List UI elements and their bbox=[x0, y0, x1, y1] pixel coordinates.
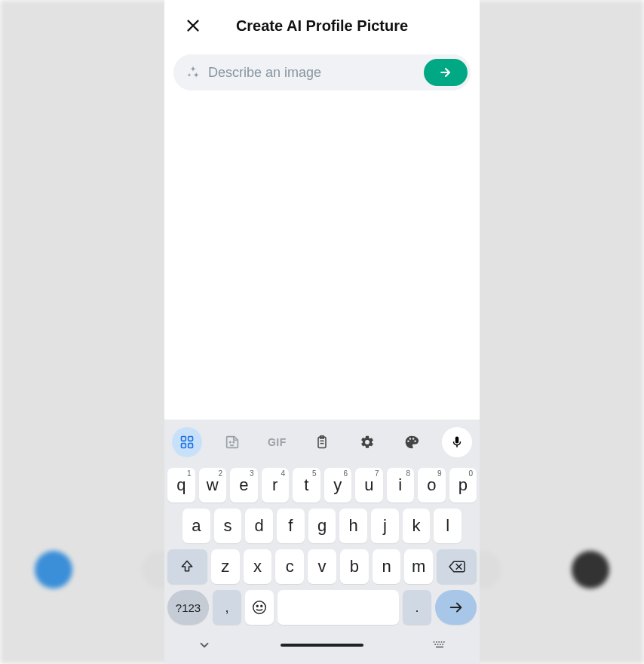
key-y[interactable]: y6 bbox=[324, 468, 352, 503]
key-z[interactable]: z bbox=[211, 549, 240, 584]
symbols-key[interactable]: ?123 bbox=[167, 590, 209, 625]
key-h[interactable]: h bbox=[339, 509, 367, 543]
close-button[interactable] bbox=[175, 8, 211, 44]
space-key[interactable] bbox=[278, 590, 399, 625]
close-icon bbox=[185, 17, 201, 34]
prompt-bar bbox=[173, 54, 471, 91]
shift-key[interactable] bbox=[167, 549, 207, 584]
arrow-right-icon bbox=[448, 599, 465, 616]
content-area bbox=[164, 100, 480, 420]
enter-key[interactable] bbox=[435, 590, 477, 625]
prompt-input[interactable] bbox=[204, 65, 424, 81]
svg-point-17 bbox=[261, 605, 262, 607]
key-k[interactable]: k bbox=[403, 509, 431, 543]
svg-rect-22 bbox=[441, 641, 443, 643]
keyboard-switch-button[interactable] bbox=[431, 637, 448, 653]
key-j[interactable]: j bbox=[371, 509, 399, 543]
emoji-icon bbox=[251, 599, 268, 616]
backspace-key[interactable] bbox=[437, 549, 477, 584]
svg-point-16 bbox=[256, 605, 258, 607]
keyboard-row-4: ?123 , . bbox=[166, 587, 478, 628]
submit-button[interactable] bbox=[424, 59, 468, 86]
key-c[interactable]: c bbox=[275, 549, 304, 584]
key-p[interactable]: p0 bbox=[449, 468, 477, 503]
arrow-right-icon bbox=[438, 65, 453, 80]
svg-rect-20 bbox=[436, 641, 437, 643]
key-e[interactable]: e3 bbox=[230, 468, 258, 503]
keyboard-toolbar: GIF bbox=[164, 420, 480, 465]
page-title: Create AI Profile Picture bbox=[164, 17, 480, 35]
shift-icon bbox=[179, 559, 195, 574]
svg-rect-27 bbox=[442, 644, 443, 645]
key-b[interactable]: b bbox=[340, 549, 369, 584]
phone-frame: Create AI Profile Picture GIF bbox=[164, 0, 480, 664]
key-v[interactable]: v bbox=[308, 549, 336, 584]
key-l[interactable]: l bbox=[434, 509, 462, 543]
collapse-keyboard-button[interactable] bbox=[196, 637, 213, 653]
keyboard-row-2: a s d f g h j k l bbox=[166, 506, 478, 546]
period-key[interactable]: . bbox=[403, 590, 431, 625]
key-g[interactable]: g bbox=[308, 509, 336, 543]
key-i[interactable]: i8 bbox=[387, 468, 415, 503]
home-indicator[interactable] bbox=[281, 644, 363, 647]
key-m[interactable]: m bbox=[404, 549, 433, 584]
svg-rect-3 bbox=[182, 437, 186, 441]
svg-rect-6 bbox=[189, 444, 193, 448]
comma-key[interactable]: , bbox=[213, 590, 241, 625]
svg-rect-23 bbox=[443, 641, 445, 643]
key-w[interactable]: w2 bbox=[199, 468, 227, 503]
backspace-icon bbox=[448, 559, 466, 574]
key-n[interactable]: n bbox=[373, 549, 401, 584]
sparkle-icon bbox=[182, 65, 204, 80]
mic-icon[interactable] bbox=[442, 427, 472, 457]
key-o[interactable]: o9 bbox=[418, 468, 446, 503]
key-d[interactable]: d bbox=[245, 509, 273, 543]
settings-icon[interactable] bbox=[352, 427, 382, 457]
system-nav-bar bbox=[164, 628, 480, 661]
key-f[interactable]: f bbox=[277, 509, 305, 543]
key-a[interactable]: a bbox=[182, 509, 210, 543]
svg-rect-21 bbox=[438, 641, 440, 643]
svg-point-15 bbox=[253, 601, 266, 614]
svg-rect-26 bbox=[440, 644, 441, 645]
svg-point-8 bbox=[233, 441, 234, 442]
svg-rect-5 bbox=[182, 444, 186, 448]
app-header: Create AI Profile Picture bbox=[164, 0, 480, 54]
clipboard-icon[interactable] bbox=[307, 427, 337, 457]
apps-icon[interactable] bbox=[172, 427, 202, 457]
svg-rect-4 bbox=[189, 437, 193, 441]
svg-rect-28 bbox=[436, 647, 443, 648]
key-s[interactable]: s bbox=[214, 509, 242, 543]
svg-rect-25 bbox=[437, 644, 439, 645]
keyboard-panel: GIF q1 w2 e3 r4 t5 y6 u7 bbox=[164, 420, 480, 664]
svg-point-7 bbox=[229, 441, 230, 442]
key-u[interactable]: u7 bbox=[355, 468, 383, 503]
key-t[interactable]: t5 bbox=[293, 468, 320, 503]
key-x[interactable]: x bbox=[244, 549, 272, 584]
key-q[interactable]: q1 bbox=[167, 468, 195, 503]
sticker-icon[interactable] bbox=[217, 427, 247, 457]
emoji-key[interactable] bbox=[245, 590, 274, 625]
gif-icon[interactable]: GIF bbox=[262, 427, 292, 457]
keyboard-row-3: z x c v b n m bbox=[166, 546, 478, 587]
svg-rect-19 bbox=[434, 641, 435, 643]
keyboard-row-1: q1 w2 e3 r4 t5 y6 u7 i8 o9 p0 bbox=[166, 465, 478, 506]
key-r[interactable]: r4 bbox=[262, 468, 290, 503]
palette-icon[interactable] bbox=[397, 427, 427, 457]
svg-rect-24 bbox=[434, 644, 436, 645]
